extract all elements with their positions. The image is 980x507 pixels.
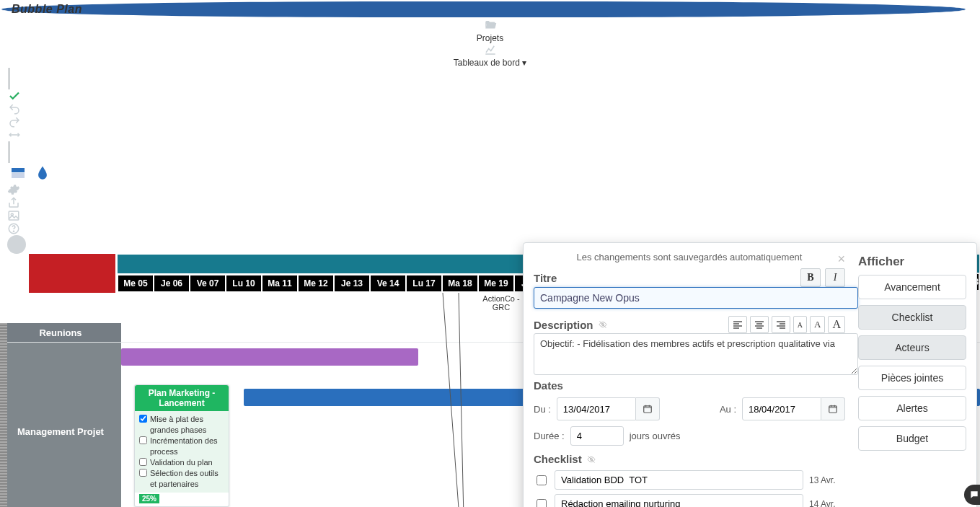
picture-icon[interactable] bbox=[7, 209, 973, 222]
day-cell[interactable]: Me 05 bbox=[117, 274, 153, 293]
row-handle[interactable] bbox=[0, 323, 7, 507]
aff-pieces-jointes[interactable]: Pièces jointes bbox=[858, 366, 966, 390]
share-icon[interactable] bbox=[7, 196, 973, 209]
day-cell[interactable]: Lu 17 bbox=[405, 274, 441, 293]
redo-icon[interactable] bbox=[7, 115, 973, 128]
aff-acteurs[interactable]: Acteurs bbox=[858, 335, 966, 360]
close-icon[interactable]: × bbox=[837, 252, 845, 267]
day-cell[interactable]: Je 13 bbox=[333, 274, 369, 293]
chk-date: 13 Avr. bbox=[809, 475, 845, 485]
chat-bubble-icon[interactable] bbox=[964, 485, 980, 505]
plan-check-2[interactable] bbox=[139, 458, 147, 466]
day-cell[interactable]: Lu 10 bbox=[225, 274, 261, 293]
svg-rect-2 bbox=[9, 211, 19, 220]
day-cell[interactable]: Je 06 bbox=[153, 274, 189, 293]
date-to-input[interactable] bbox=[742, 397, 821, 420]
dates-label: Dates bbox=[534, 379, 845, 392]
eye-off-icon[interactable] bbox=[586, 455, 596, 464]
font-small-button[interactable]: A bbox=[793, 316, 807, 333]
plan-item-label: Sélection des outils et partenaires bbox=[150, 468, 224, 490]
align-left-button[interactable] bbox=[728, 316, 747, 333]
du-label: Du : bbox=[534, 404, 551, 415]
font-medium-button[interactable]: A bbox=[810, 316, 825, 333]
validate-icon[interactable] bbox=[7, 89, 973, 102]
chk-input-0[interactable] bbox=[555, 470, 803, 490]
fit-width-icon[interactable] bbox=[7, 128, 973, 141]
mode-kanban-button[interactable] bbox=[32, 163, 53, 183]
calendar-icon bbox=[643, 404, 653, 414]
aff-checklist[interactable]: Checklist bbox=[858, 305, 966, 330]
separator bbox=[9, 141, 9, 163]
align-right-button[interactable] bbox=[772, 316, 790, 333]
description-label: Description bbox=[534, 319, 724, 331]
date-to-picker[interactable] bbox=[821, 397, 845, 420]
red-header-block bbox=[29, 254, 115, 293]
day-cell[interactable]: Ma 11 bbox=[261, 274, 297, 293]
help-icon[interactable] bbox=[7, 222, 973, 235]
svg-point-5 bbox=[13, 231, 14, 232]
duree-label: Durée : bbox=[534, 431, 565, 441]
aff-alertes[interactable]: Alertes bbox=[858, 396, 966, 420]
plan-check-0[interactable] bbox=[139, 415, 147, 423]
bold-button[interactable]: B bbox=[800, 268, 821, 287]
lane-management[interactable]: Management Projet bbox=[0, 343, 121, 507]
day-cell[interactable]: Me 19 bbox=[477, 274, 513, 293]
folder-open-icon bbox=[483, 19, 498, 32]
drop-icon bbox=[36, 165, 49, 181]
card-title: Plan Marketing - Lancement bbox=[135, 385, 229, 411]
plan-item-label: Incrémentation des process bbox=[150, 436, 224, 457]
chk-1[interactable] bbox=[537, 499, 547, 508]
mode-calendar-button[interactable] bbox=[8, 163, 28, 183]
au-label: Au : bbox=[720, 404, 736, 415]
logo[interactable]: Bubble Plan bbox=[0, 0, 967, 19]
aff-budget[interactable]: Budget bbox=[858, 426, 966, 451]
chk-input-1[interactable] bbox=[555, 494, 803, 507]
task-purple-bar[interactable] bbox=[121, 348, 418, 366]
separator bbox=[9, 68, 9, 89]
nav-projects-label: Projets bbox=[477, 33, 503, 43]
nav-dashboards-label: Tableaux de bord ▾ bbox=[454, 58, 526, 68]
chart-line-icon bbox=[483, 43, 498, 56]
title-label: Titre bbox=[534, 272, 796, 284]
autosave-text: Les changements sont sauvegardés automat… bbox=[534, 252, 845, 263]
chk-date: 14 Avr. bbox=[809, 499, 845, 508]
settings-icon[interactable] bbox=[7, 183, 973, 196]
day-cell[interactable]: Ve 14 bbox=[369, 274, 405, 293]
afficher-title: Afficher bbox=[858, 255, 966, 269]
svg-rect-0 bbox=[12, 168, 25, 172]
topbar: Bubble Plan Projets Tableaux de bord ▾ bbox=[0, 0, 980, 254]
date-from-picker[interactable] bbox=[636, 397, 660, 420]
plan-check-3[interactable] bbox=[139, 469, 147, 477]
eye-off-icon[interactable] bbox=[598, 320, 608, 329]
chk-0[interactable] bbox=[537, 475, 547, 485]
font-large-button[interactable]: A bbox=[828, 316, 845, 333]
svg-rect-11 bbox=[829, 406, 837, 413]
plan-progress: 25% bbox=[139, 494, 159, 503]
description-input[interactable]: Objectif: - Fidélisation des membres act… bbox=[534, 333, 858, 375]
nav-dashboards[interactable]: Tableaux de bord ▾ bbox=[10, 43, 970, 68]
aff-avancement[interactable]: Avancement bbox=[858, 275, 966, 299]
undo-icon[interactable] bbox=[7, 102, 973, 115]
checklist-label: Checklist bbox=[534, 453, 845, 465]
lane-reunions[interactable]: Reunions bbox=[0, 323, 121, 342]
detail-panel: Les changements sont sauvegardés automat… bbox=[523, 242, 977, 507]
plan-check-1[interactable] bbox=[139, 436, 147, 444]
date-from-input[interactable] bbox=[557, 397, 636, 420]
user-avatar[interactable] bbox=[7, 235, 26, 254]
title-input[interactable] bbox=[534, 287, 858, 309]
calendar-icon bbox=[828, 404, 838, 414]
day-cell[interactable]: Ma 18 bbox=[441, 274, 477, 293]
svg-rect-1 bbox=[12, 173, 25, 178]
duree-input[interactable] bbox=[570, 426, 624, 446]
day-cell[interactable]: Ve 07 bbox=[189, 274, 225, 293]
nav-projects[interactable]: Projets bbox=[10, 19, 970, 43]
italic-button[interactable]: I bbox=[825, 268, 845, 287]
plan-item-label: Validation du plan bbox=[150, 457, 213, 468]
calendar-icon bbox=[12, 168, 25, 178]
day-cell[interactable]: Me 12 bbox=[297, 274, 333, 293]
duree-unit: jours ouvrés bbox=[630, 431, 681, 441]
align-center-button[interactable] bbox=[750, 316, 769, 333]
svg-rect-10 bbox=[644, 406, 652, 413]
card-plan-marketing[interactable]: Plan Marketing - Lancement Mise à plat d… bbox=[134, 384, 229, 507]
event-actionco[interactable]: ActionCo - GRC bbox=[476, 294, 526, 312]
